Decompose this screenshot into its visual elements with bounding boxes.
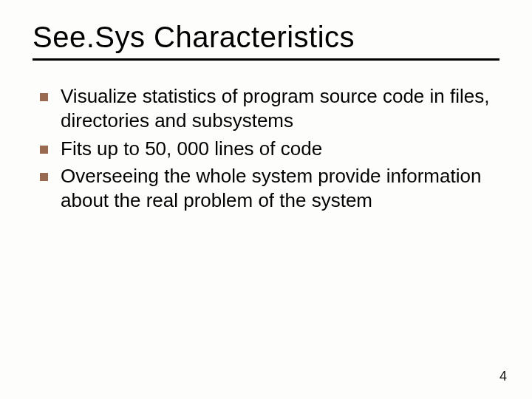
list-item: Fits up to 50, 000 lines of code [40,137,499,161]
page-number: 4 [499,369,507,384]
bullet-text: Visualize statistics of program source c… [61,85,489,132]
list-item: Overseeing the whole system provide info… [40,164,499,214]
bullet-text: Fits up to 50, 000 lines of code [61,137,322,160]
bullet-list: Visualize statistics of program source c… [33,84,499,213]
bullet-text: Overseeing the whole system provide info… [61,165,481,211]
square-bullet-icon [40,173,48,181]
slide: See.Sys Characteristics Visualize statis… [0,0,532,399]
list-item: Visualize statistics of program source c… [40,84,499,134]
title-underline [33,58,499,61]
square-bullet-icon [40,93,48,101]
square-bullet-icon [40,146,48,154]
slide-title: See.Sys Characteristics [33,21,499,54]
